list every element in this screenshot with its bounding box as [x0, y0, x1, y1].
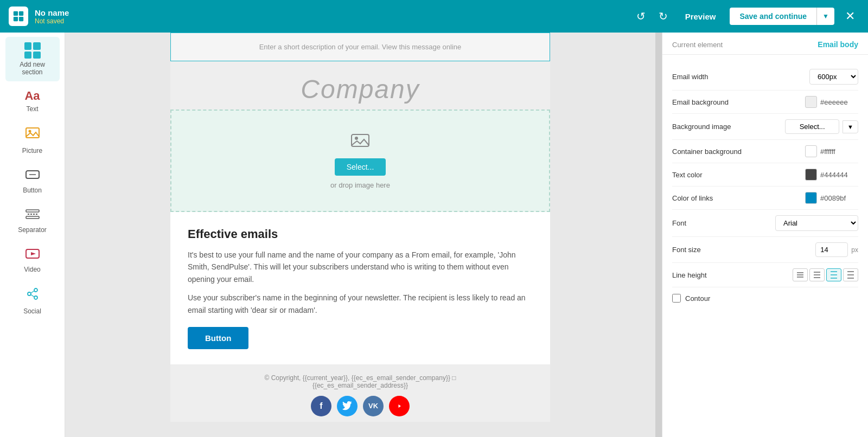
email-background-control: #eeeeee: [805, 96, 858, 108]
container-background-label: Container background: [672, 147, 801, 156]
canvas-scrollbar[interactable]: [655, 33, 662, 437]
text-color-row: Text color #444444: [672, 163, 858, 187]
font-size-input[interactable]: 14: [815, 242, 848, 257]
sidebar-left: Add new section Aa Text Picture Button: [0, 33, 65, 437]
close-button[interactable]: ✕: [841, 6, 859, 27]
social-youtube-icon[interactable]: [389, 396, 410, 416]
email-width-label: Email width: [672, 73, 805, 81]
line-height-row: Line height: [672, 263, 858, 287]
font-control: Arial Georgia Verdana Times New Roman: [775, 215, 858, 231]
line-height-tight-button[interactable]: [793, 268, 808, 281]
font-row: Font Arial Georgia Verdana Times New Rom…: [672, 210, 858, 237]
preheader-bar[interactable]: Enter a short description of your email.…: [170, 33, 550, 61]
font-select[interactable]: Arial Georgia Verdana Times New Roman: [775, 215, 858, 231]
app-title-group: No name Not saved: [35, 8, 69, 25]
sidebar-item-social[interactable]: Social: [5, 281, 60, 320]
font-size-row: Font size 14 px: [672, 237, 858, 263]
image-drop-text: or drop image here: [330, 181, 390, 189]
right-panel-body: Email width 600px 500px 700px 800px Emai…: [662, 55, 868, 318]
text-color-swatch[interactable]: [805, 169, 817, 181]
svg-rect-9: [26, 216, 39, 218]
text-color-label: Text color: [672, 171, 801, 179]
sidebar-item-button[interactable]: Button: [5, 162, 60, 200]
save-status: Not saved: [35, 17, 69, 25]
separator-icon: [25, 207, 40, 224]
sidebar-item-video[interactable]: Video: [5, 241, 60, 279]
svg-rect-3: [19, 17, 23, 21]
line-height-label: Line height: [672, 271, 788, 279]
main-area: Add new section Aa Text Picture Button: [0, 33, 868, 437]
canvas-area[interactable]: Enter a short description of your email.…: [65, 33, 655, 437]
svg-rect-2: [14, 17, 18, 21]
background-image-select-button[interactable]: Select...: [785, 119, 839, 134]
font-size-label: Font size: [672, 246, 811, 254]
preview-button[interactable]: Preview: [678, 9, 724, 24]
line-height-buttons: [793, 268, 858, 281]
line-height-loose-button[interactable]: [826, 268, 841, 281]
sidebar-button-label: Button: [23, 187, 42, 194]
social-twitter-icon[interactable]: [337, 396, 358, 416]
font-label: Font: [672, 219, 771, 227]
email-preview: Enter a short description of your email.…: [170, 33, 550, 422]
contour-checkbox[interactable]: [672, 294, 681, 303]
content-para-1: It's best to use your full name and the …: [188, 249, 533, 285]
svg-rect-0: [14, 11, 18, 16]
links-color-swatch[interactable]: [805, 192, 817, 204]
sidebar-item-add-section[interactable]: Add new section: [5, 37, 60, 81]
redo-button[interactable]: ↻: [655, 7, 671, 26]
canvas-wrapper: Enter a short description of your email.…: [65, 33, 662, 437]
undo-button[interactable]: ↺: [633, 7, 649, 26]
links-color-label: Color of links: [672, 194, 801, 202]
links-color-control: #0089bf: [805, 192, 858, 204]
sidebar-separator-label: Separator: [18, 226, 47, 234]
social-facebook-icon[interactable]: f: [311, 396, 331, 416]
text-icon: Aa: [24, 89, 40, 103]
element-title: Email body: [818, 40, 858, 49]
background-image-label: Background image: [672, 123, 781, 131]
sidebar-social-label: Social: [23, 307, 41, 315]
svg-rect-18: [352, 134, 369, 146]
line-height-normal-button[interactable]: [809, 268, 825, 281]
email-width-select[interactable]: 600px 500px 700px 800px: [809, 69, 858, 85]
email-background-label: Email background: [672, 98, 801, 106]
background-image-row: Background image Select... ▼: [672, 114, 858, 140]
svg-marker-12: [31, 252, 36, 255]
svg-point-15: [34, 296, 37, 299]
container-background-swatch[interactable]: [805, 145, 817, 157]
sidebar-item-picture[interactable]: Picture: [5, 120, 60, 160]
svg-rect-4: [26, 128, 39, 138]
email-width-control: 600px 500px 700px 800px: [809, 69, 858, 85]
email-background-row: Email background #eeeeee: [672, 91, 858, 114]
social-vk-icon[interactable]: VK: [363, 396, 384, 416]
text-color-hex-value: #444444: [820, 171, 858, 179]
line-height-extra-button[interactable]: [843, 268, 858, 281]
sidebar-item-separator[interactable]: Separator: [5, 202, 60, 239]
email-button[interactable]: Button: [188, 327, 248, 349]
font-size-control: 14 px: [815, 242, 858, 257]
app-name: No name: [35, 8, 69, 17]
line-height-control: [793, 268, 858, 281]
content-para-2: Use your subscriber's name in the beginn…: [188, 292, 533, 316]
container-background-row: Container background #ffffff: [672, 140, 858, 163]
grid-icon: [24, 42, 41, 59]
contour-row: Contour: [672, 287, 858, 309]
save-continue-button[interactable]: Save and continue: [730, 8, 817, 25]
save-button-group: Save and continue ▼: [730, 8, 834, 25]
email-width-row: Email width 600px 500px 700px 800px: [672, 63, 858, 91]
email-background-swatch[interactable]: [805, 96, 817, 108]
save-dropdown-button[interactable]: ▼: [817, 8, 834, 25]
company-logo-text: Company: [176, 74, 545, 104]
image-select-button[interactable]: Select...: [335, 158, 386, 176]
sidebar-item-text[interactable]: Aa Text: [5, 83, 60, 118]
svg-line-17: [31, 295, 34, 297]
right-panel: Current element Email body Email width 6…: [662, 33, 868, 437]
email-footer: © Copyright, {{current_year}}, {{ec_es_e…: [170, 364, 550, 422]
image-upload-block[interactable]: Select... or drop image here: [170, 110, 550, 212]
svg-point-5: [28, 130, 31, 133]
container-background-color-value: #ffffff: [820, 147, 858, 156]
preheader-text: Enter a short description of your email.…: [259, 43, 462, 51]
font-size-unit: px: [851, 246, 858, 254]
background-image-dropdown-button[interactable]: ▼: [843, 120, 858, 133]
app-logo: [9, 7, 28, 26]
sidebar-text-label: Text: [26, 105, 38, 113]
